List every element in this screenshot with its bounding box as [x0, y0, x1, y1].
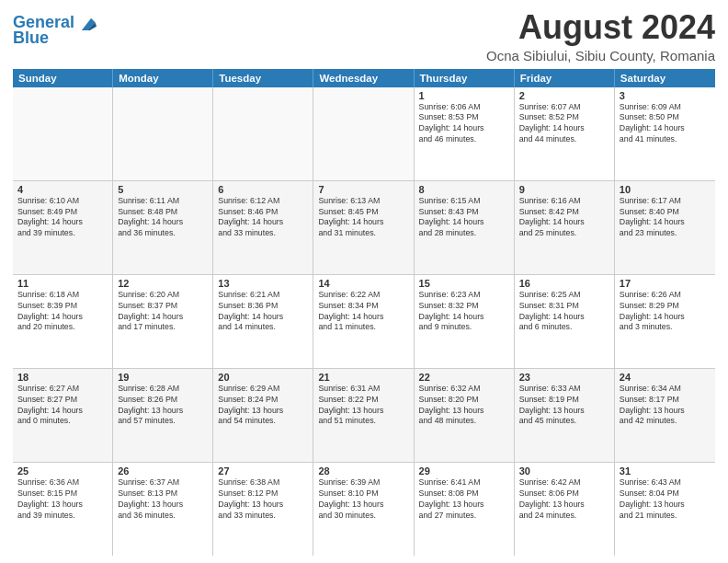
- calendar-cell: 17Sunrise: 6:26 AM Sunset: 8:29 PM Dayli…: [615, 275, 715, 368]
- header: General Blue August 2024 Ocna Sibiului, …: [13, 9, 715, 63]
- calendar-cell: 21Sunrise: 6:31 AM Sunset: 8:22 PM Dayli…: [313, 369, 414, 462]
- day-number: 24: [620, 372, 711, 383]
- day-number: 3: [620, 90, 711, 101]
- calendar-cell: 2Sunrise: 6:07 AM Sunset: 8:52 PM Daylig…: [515, 87, 615, 180]
- day-info: Sunrise: 6:31 AM Sunset: 8:22 PM Dayligh…: [318, 384, 408, 428]
- day-number: 9: [519, 184, 609, 195]
- day-number: 5: [118, 184, 208, 195]
- calendar-cell: [313, 87, 414, 180]
- day-number: 30: [519, 465, 609, 477]
- calendar-cell: 6Sunrise: 6:12 AM Sunset: 8:46 PM Daylig…: [213, 181, 313, 274]
- day-info: Sunrise: 6:26 AM Sunset: 8:29 PM Dayligh…: [620, 290, 711, 334]
- day-info: Sunrise: 6:37 AM Sunset: 8:13 PM Dayligh…: [118, 477, 208, 522]
- day-info: Sunrise: 6:27 AM Sunset: 8:27 PM Dayligh…: [17, 384, 108, 428]
- day-number: 26: [118, 465, 208, 477]
- day-info: Sunrise: 6:38 AM Sunset: 8:12 PM Dayligh…: [218, 477, 308, 522]
- calendar-cell: 1Sunrise: 6:06 AM Sunset: 8:53 PM Daylig…: [415, 87, 515, 180]
- day-number: 25: [17, 465, 108, 477]
- calendar-cell: 13Sunrise: 6:21 AM Sunset: 8:36 PM Dayli…: [213, 275, 313, 368]
- day-info: Sunrise: 6:33 AM Sunset: 8:19 PM Dayligh…: [519, 384, 609, 428]
- day-number: 2: [519, 90, 609, 101]
- calendar-cell: 30Sunrise: 6:42 AM Sunset: 8:06 PM Dayli…: [515, 463, 615, 556]
- day-info: Sunrise: 6:06 AM Sunset: 8:53 PM Dayligh…: [419, 102, 509, 146]
- day-number: 4: [17, 184, 108, 195]
- day-info: Sunrise: 6:15 AM Sunset: 8:43 PM Dayligh…: [419, 196, 509, 240]
- day-number: 16: [519, 278, 609, 289]
- calendar-header-cell: Thursday: [415, 69, 515, 87]
- logo: General Blue: [13, 13, 97, 48]
- calendar-row: 25Sunrise: 6:36 AM Sunset: 8:15 PM Dayli…: [13, 463, 715, 556]
- calendar-cell: 28Sunrise: 6:39 AM Sunset: 8:10 PM Dayli…: [313, 463, 414, 556]
- day-number: 17: [620, 278, 711, 289]
- day-info: Sunrise: 6:13 AM Sunset: 8:45 PM Dayligh…: [318, 196, 408, 240]
- day-number: 10: [620, 184, 711, 195]
- day-number: 23: [519, 372, 609, 383]
- calendar-header-cell: Wednesday: [313, 69, 414, 87]
- day-number: 11: [17, 278, 108, 289]
- day-info: Sunrise: 6:09 AM Sunset: 8:50 PM Dayligh…: [620, 102, 711, 146]
- calendar-cell: 16Sunrise: 6:25 AM Sunset: 8:31 PM Dayli…: [515, 275, 615, 368]
- day-info: Sunrise: 6:18 AM Sunset: 8:39 PM Dayligh…: [17, 290, 108, 334]
- day-info: Sunrise: 6:16 AM Sunset: 8:42 PM Dayligh…: [519, 196, 609, 240]
- day-number: 22: [419, 372, 509, 383]
- day-number: 31: [620, 465, 711, 477]
- calendar-cell: 20Sunrise: 6:29 AM Sunset: 8:24 PM Dayli…: [213, 369, 313, 462]
- title-block: August 2024 Ocna Sibiului, Sibiu County,…: [486, 9, 715, 63]
- day-number: 15: [419, 278, 509, 289]
- main-title: August 2024: [486, 9, 715, 46]
- day-number: 7: [318, 184, 408, 195]
- calendar-cell: 12Sunrise: 6:20 AM Sunset: 8:37 PM Dayli…: [113, 275, 213, 368]
- day-info: Sunrise: 6:41 AM Sunset: 8:08 PM Dayligh…: [419, 477, 509, 522]
- day-info: Sunrise: 6:21 AM Sunset: 8:36 PM Dayligh…: [218, 290, 308, 334]
- day-number: 14: [318, 278, 408, 289]
- day-number: 12: [118, 278, 208, 289]
- day-number: 18: [17, 372, 108, 383]
- calendar-cell: [113, 87, 213, 180]
- calendar-cell: 22Sunrise: 6:32 AM Sunset: 8:20 PM Dayli…: [415, 369, 515, 462]
- calendar-cell: 4Sunrise: 6:10 AM Sunset: 8:49 PM Daylig…: [13, 181, 113, 274]
- day-info: Sunrise: 6:17 AM Sunset: 8:40 PM Dayligh…: [620, 196, 711, 240]
- day-info: Sunrise: 6:43 AM Sunset: 8:04 PM Dayligh…: [620, 477, 711, 522]
- day-info: Sunrise: 6:34 AM Sunset: 8:17 PM Dayligh…: [620, 384, 711, 428]
- day-info: Sunrise: 6:25 AM Sunset: 8:31 PM Dayligh…: [519, 290, 609, 334]
- calendar-cell: 3Sunrise: 6:09 AM Sunset: 8:50 PM Daylig…: [615, 87, 715, 180]
- calendar-cell: 14Sunrise: 6:22 AM Sunset: 8:34 PM Dayli…: [313, 275, 414, 368]
- day-info: Sunrise: 6:22 AM Sunset: 8:34 PM Dayligh…: [318, 290, 408, 334]
- day-number: 1: [419, 90, 509, 101]
- day-info: Sunrise: 6:23 AM Sunset: 8:32 PM Dayligh…: [419, 290, 509, 334]
- calendar-cell: 15Sunrise: 6:23 AM Sunset: 8:32 PM Dayli…: [415, 275, 515, 368]
- calendar: SundayMondayTuesdayWednesdayThursdayFrid…: [13, 69, 715, 556]
- day-info: Sunrise: 6:20 AM Sunset: 8:37 PM Dayligh…: [118, 290, 208, 334]
- subtitle: Ocna Sibiului, Sibiu County, Romania: [486, 48, 715, 63]
- day-number: 8: [419, 184, 509, 195]
- calendar-cell: 27Sunrise: 6:38 AM Sunset: 8:12 PM Dayli…: [213, 463, 313, 556]
- calendar-row: 4Sunrise: 6:10 AM Sunset: 8:49 PM Daylig…: [13, 181, 715, 275]
- day-info: Sunrise: 6:11 AM Sunset: 8:48 PM Dayligh…: [118, 196, 208, 240]
- day-info: Sunrise: 6:10 AM Sunset: 8:49 PM Dayligh…: [17, 196, 108, 240]
- calendar-row: 11Sunrise: 6:18 AM Sunset: 8:39 PM Dayli…: [13, 275, 715, 369]
- calendar-header-cell: Friday: [515, 69, 615, 87]
- calendar-cell: 8Sunrise: 6:15 AM Sunset: 8:43 PM Daylig…: [415, 181, 515, 274]
- day-info: Sunrise: 6:12 AM Sunset: 8:46 PM Dayligh…: [218, 196, 308, 240]
- day-info: Sunrise: 6:42 AM Sunset: 8:06 PM Dayligh…: [519, 477, 609, 522]
- calendar-body: 1Sunrise: 6:06 AM Sunset: 8:53 PM Daylig…: [13, 87, 715, 556]
- calendar-cell: 18Sunrise: 6:27 AM Sunset: 8:27 PM Dayli…: [13, 369, 113, 462]
- day-number: 19: [118, 372, 208, 383]
- calendar-cell: 9Sunrise: 6:16 AM Sunset: 8:42 PM Daylig…: [515, 181, 615, 274]
- calendar-cell: 23Sunrise: 6:33 AM Sunset: 8:19 PM Dayli…: [515, 369, 615, 462]
- day-info: Sunrise: 6:28 AM Sunset: 8:26 PM Dayligh…: [118, 384, 208, 428]
- calendar-header-cell: Monday: [113, 69, 213, 87]
- day-info: Sunrise: 6:07 AM Sunset: 8:52 PM Dayligh…: [519, 102, 609, 146]
- day-number: 27: [218, 465, 308, 477]
- calendar-cell: 7Sunrise: 6:13 AM Sunset: 8:45 PM Daylig…: [313, 181, 414, 274]
- calendar-header-cell: Tuesday: [213, 69, 313, 87]
- page: General Blue August 2024 Ocna Sibiului, …: [0, 0, 728, 563]
- calendar-cell: 24Sunrise: 6:34 AM Sunset: 8:17 PM Dayli…: [615, 369, 715, 462]
- calendar-cell: 29Sunrise: 6:41 AM Sunset: 8:08 PM Dayli…: [415, 463, 515, 556]
- calendar-cell: 26Sunrise: 6:37 AM Sunset: 8:13 PM Dayli…: [113, 463, 213, 556]
- calendar-cell: [13, 87, 113, 180]
- day-number: 6: [218, 184, 308, 195]
- day-info: Sunrise: 6:39 AM Sunset: 8:10 PM Dayligh…: [318, 477, 408, 522]
- day-number: 21: [318, 372, 408, 383]
- calendar-header-cell: Saturday: [615, 69, 715, 87]
